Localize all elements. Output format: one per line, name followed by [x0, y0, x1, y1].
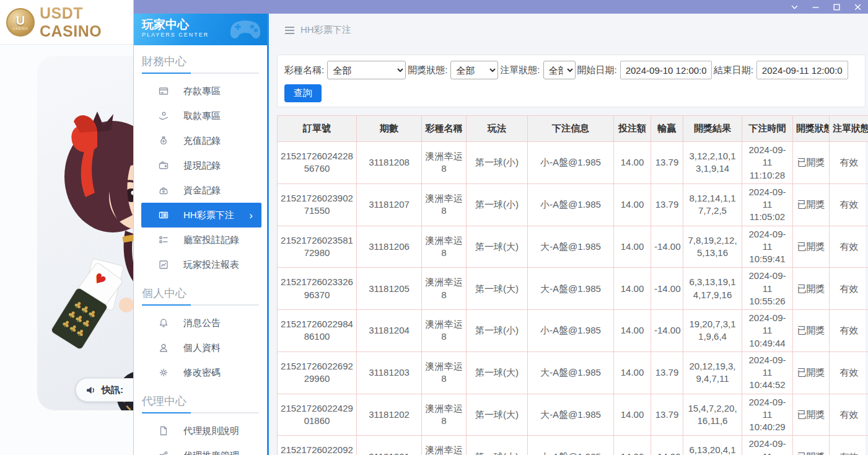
table-cell: 澳洲幸运8 [422, 226, 467, 268]
table-cell: 7,8,19,2,12,5,13,16 [683, 226, 742, 268]
table-row: 215217260239027155031181207澳洲幸运8第一球(小)小-… [278, 183, 868, 226]
sidebar-item-gear[interactable]: 修改密碼 [134, 360, 267, 385]
maximize-icon[interactable] [832, 2, 841, 11]
chevron-down-icon[interactable] [790, 2, 799, 11]
breadcrumb: HH彩票下注 [269, 14, 868, 46]
coin-letter: U [16, 14, 25, 27]
column-header: 訂單號 [278, 116, 357, 142]
table-cell: 31181206 [357, 226, 422, 268]
table-cell: 2152172602422856760 [278, 142, 357, 184]
table-cell: 已開獎 [793, 268, 830, 310]
lottery-name-select[interactable]: 全部 [327, 61, 406, 79]
hall-records-icon [159, 235, 169, 245]
table-cell: 有效 [830, 226, 868, 268]
section-title: 財務中心 [134, 45, 267, 73]
sidebar-item-person[interactable]: 個人資料 [134, 335, 267, 360]
sidebar-item-label: 提現記錄 [183, 160, 221, 172]
table-cell: 第一球(大) [467, 268, 528, 310]
table-cell: 有效 [830, 142, 868, 184]
minimize-icon[interactable] [811, 2, 820, 11]
table-cell: 2152172602390271550 [278, 183, 357, 226]
table-cell: 有效 [830, 351, 868, 394]
bets-table-card: 訂單號期數彩種名稱玩法下注信息投注額輸贏開獎結果下注時間開獎狀態注單狀態2152… [277, 115, 866, 455]
table-cell: 澳洲幸运8 [422, 268, 467, 310]
table-cell: 大-A盤@1.985 [528, 351, 614, 394]
bell-icon [159, 318, 169, 328]
sidebar-item-label: 資金記錄 [183, 185, 221, 197]
table-cell: 14.00 [614, 268, 651, 310]
start-date-input[interactable] [620, 61, 712, 79]
main-content: HH彩票下注 彩種名稱: 全部 開獎狀態: 全部 注單狀態: 全部 開始日期: … [267, 14, 868, 455]
app-window: 玩家中心 PLAYERS CENTER 財務中心存款專區取款專區充值記錄提現記錄… [133, 0, 868, 455]
table-cell: -14.00 [651, 436, 683, 455]
table-cell: 已開獎 [793, 183, 830, 226]
bets-table: 訂單號期數彩種名稱玩法下注信息投注額輸贏開獎結果下注時間開獎狀態注單狀態2152… [277, 115, 868, 455]
table-cell: 小-A盤@1.985 [528, 142, 614, 184]
table-row: 215217260224290186031181202澳洲幸运8第一球(大)大-… [278, 394, 868, 436]
column-header: 開獎結果 [683, 116, 742, 142]
section-divider [142, 412, 259, 413]
hamburger-menu-icon[interactable] [284, 26, 295, 35]
table-cell: 已開獎 [793, 394, 830, 436]
sidebar-item-funds-purse[interactable]: 資金記錄 [134, 178, 267, 203]
table-cell: 有效 [830, 183, 868, 226]
table-cell: 有效 [830, 310, 868, 352]
table-cell: 14.00 [614, 436, 651, 455]
order-status-select[interactable]: 全部 [543, 61, 576, 79]
table-cell: 2152172602358172980 [278, 226, 357, 268]
table-cell: 澳洲幸运8 [422, 183, 467, 226]
end-date-input[interactable] [756, 61, 848, 79]
sidebar-item-document[interactable]: 代理規則說明 [134, 418, 267, 443]
column-header: 開獎狀態 [793, 116, 830, 142]
table-cell: 澳洲幸运8 [422, 351, 467, 394]
filter-panel: 彩種名稱: 全部 開獎狀態: 全部 注單狀態: 全部 開始日期: 結束日期: 查… [277, 55, 866, 107]
end-date-label: 結束日期: [714, 64, 753, 76]
table-cell: 31181205 [357, 268, 422, 310]
draw-status-label: 開獎狀態: [408, 64, 447, 76]
table-cell: 第一球(大) [467, 351, 528, 394]
table-cell: 已開獎 [793, 436, 830, 455]
table-cell: 澳洲幸运8 [422, 394, 467, 436]
table-cell: 2024-09-11 10:55:26 [742, 268, 793, 310]
sidebar-item-hall-records[interactable]: 廳室投註記錄 [134, 228, 267, 252]
report-chart-icon [159, 260, 169, 270]
table-cell: 3,12,2,10,13,1,9,14 [683, 142, 742, 184]
sidebar-item-deposit-card[interactable]: 存款專區 [134, 79, 267, 104]
sidebar-item-report-chart[interactable]: 玩家投注報表 [134, 252, 267, 277]
table-cell: 已開獎 [793, 351, 830, 394]
table-cell: 有效 [830, 436, 868, 455]
table-row: 215217260242285676031181208澳洲幸运8第一球(小)小-… [278, 142, 868, 184]
table-row: 215217260220926945031181201澳洲幸运8第一球(大)大-… [278, 436, 868, 455]
sidebar-item-lottery-ticket[interactable]: HH彩票下注› [141, 203, 261, 228]
table-cell: 2152172602209269450 [278, 436, 357, 455]
close-icon[interactable] [853, 2, 862, 11]
sidebar-item-cashout-wallet[interactable]: 提現記錄 [134, 153, 267, 178]
table-cell: 8,12,14,1,17,7,2,5 [683, 183, 742, 226]
sidebar-item-label: 玩家投注報表 [183, 259, 239, 271]
table-cell: 31181207 [357, 183, 422, 226]
draw-status-select[interactable]: 全部 [450, 61, 498, 79]
table-cell: 2152172602269229960 [278, 351, 357, 394]
table-row: 215217260235817298031181206澳洲幸运8第一球(大)大-… [278, 226, 868, 268]
sidebar-item-withdraw-hand[interactable]: 取款專區 [134, 104, 267, 128]
sidebar-item-recharge-bag[interactable]: 充值記錄 [134, 128, 267, 153]
sidebar-item-bell[interactable]: 消息公告 [134, 311, 267, 335]
table-cell: 14.00 [614, 183, 651, 226]
share-icon [159, 451, 169, 455]
table-cell: 14.00 [614, 226, 651, 268]
sidebar-item-share[interactable]: 代理推廣管理 [134, 443, 267, 455]
table-cell: 2024-09-11 10:59:41 [742, 226, 793, 268]
news-ticker: 快訊: [76, 378, 133, 402]
table-cell: -14.00 [651, 310, 683, 352]
sidebar-item-label: 充值記錄 [183, 135, 221, 147]
section-divider [142, 304, 259, 306]
section-title: 代理中心 [134, 385, 267, 412]
column-header: 輸贏 [651, 116, 683, 142]
withdraw-hand-icon [159, 111, 169, 121]
table-cell: 第一球(小) [467, 310, 528, 352]
search-button[interactable]: 查詢 [284, 84, 322, 102]
table-cell: 大-A盤@1.985 [528, 394, 614, 436]
table-cell: 2152172602298486100 [278, 310, 357, 352]
table-cell: 2024-09-11 10:49:44 [742, 310, 793, 352]
section-divider [142, 73, 259, 74]
